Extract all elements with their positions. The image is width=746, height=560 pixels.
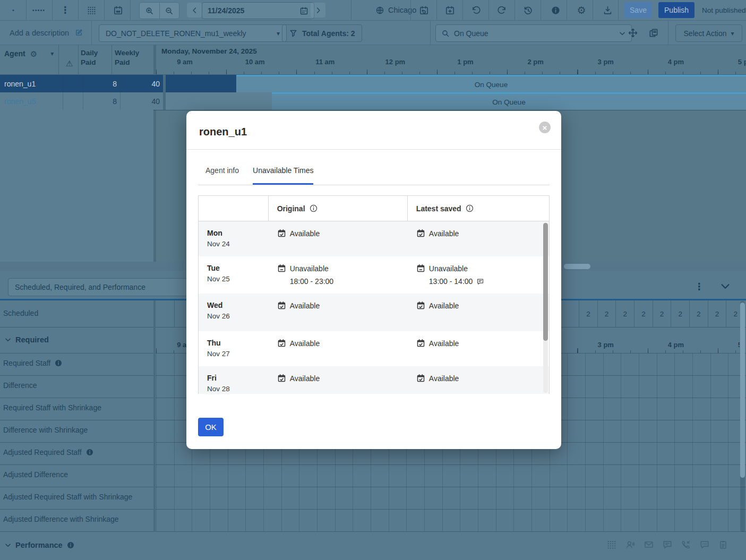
scheduled-count-cell[interactable] [561,300,579,327]
scheduled-count-cell[interactable]: 2 [671,300,690,327]
sort-caret-icon[interactable]: ▾ [50,50,54,57]
agent-row[interactable]: ronen_u5840On Queue [0,92,746,110]
grid-legend-icon [606,539,617,550]
agent-weekly-paid: 40 [121,92,163,110]
daily-paid-column-label: Daily Paid [81,48,98,67]
panel-kebab-menu-icon[interactable]: ⋮ [693,278,706,295]
info-icon[interactable] [309,204,318,213]
agent-warning-cell [63,75,83,92]
tab-unavailable-times[interactable]: Unavailable Times [253,166,313,185]
redo-icon[interactable] [496,0,508,20]
calendar-check-icon [277,339,286,348]
performance-section-toggle[interactable]: Performance [4,541,75,549]
required-section-toggle[interactable]: Required [4,335,49,344]
metric-row: Adjusted Difference with Shrinkage [0,509,746,532]
agent-daily-paid: 8 [83,75,121,92]
info-icon[interactable] [550,0,561,20]
date-label: Nov 27 [207,350,269,358]
metric-row-label: Adjusted Difference with Shrinkage [3,515,119,523]
availability-status: Available [429,374,459,383]
activity-search-input[interactable]: On Queue [435,24,632,42]
select-action-dropdown[interactable]: Select Action ▾ [675,24,742,42]
tab-agent-info[interactable]: Agent info [205,166,239,185]
calendar-icon[interactable] [299,6,308,15]
availability-status: Unavailable [290,264,329,273]
column-settings-gear-icon[interactable]: ⚙ [30,50,37,58]
schedule-activity-bar[interactable]: On Queue [272,92,746,110]
scheduled-count-cell[interactable]: 2 [579,300,598,327]
scheduled-count-cell[interactable]: 2 [708,300,727,327]
edit-pencil-icon[interactable] [74,28,83,37]
weekly-paid-column-label: Weekly Paid [115,48,139,67]
agent-name[interactable]: ronen_u5 [0,92,63,110]
unavailable-times-row: WedNov 26AvailableAvailable [199,294,549,331]
availability-status: Available [429,339,459,348]
metric-grid [156,487,740,509]
agent-row[interactable]: ronen_u1840On Queue [0,75,746,93]
info-icon[interactable] [66,541,75,549]
modal-title: ronen_u1 [199,126,247,138]
view-selector-dropdown[interactable]: Scheduled, Required, and Performance ▾ [8,278,202,296]
schedule-activity-bar[interactable]: On Queue [236,75,746,92]
download-icon[interactable] [602,0,613,20]
calendar-range-icon[interactable] [112,0,124,20]
metric-row-label: Adjusted Required Staff [3,448,94,456]
close-icon[interactable]: × [539,122,551,133]
zoom-in-button[interactable] [140,3,160,19]
previous-day-button[interactable] [187,3,202,18]
activity-label: On Queue [475,81,508,89]
move-activity-icon[interactable] [628,21,638,45]
scheduled-count-cell[interactable]: 2 [598,300,616,327]
day-label: Thu [207,339,269,347]
info-icon[interactable] [85,448,94,456]
time-label: 4 pm [652,341,700,349]
collapse-panel-chevron-icon[interactable] [719,280,731,292]
message-icon [662,539,673,550]
unavailable-times-row: TueNov 25Unavailable18:00 - 23:00Unavail… [199,256,549,294]
dot-menu-icon[interactable]: • [7,0,19,20]
scheduled-count-cell[interactable] [156,300,175,327]
add-description-button[interactable]: Add a description [10,21,83,45]
kebab-menu-icon[interactable]: ⋮ [60,0,71,20]
time-label: 2 pm [512,58,560,66]
scheduled-count-cell[interactable]: 2 [634,300,653,327]
vertical-scrollbar-thumb[interactable] [740,303,745,478]
scheduled-count-cell[interactable]: 2 [726,300,740,327]
save-button[interactable]: Save [624,2,652,18]
unavailable-times-table: Original Latest saved MonNov 24Available… [198,195,550,394]
timeline-date-label: Monday, November 24, 2025 [161,47,257,55]
date-input[interactable]: 11/24/2025 [202,2,314,19]
agent-daily-paid: 8 [83,92,121,110]
zoom-out-button[interactable] [160,3,179,19]
day-label: Mon [207,229,269,237]
calendar-undo-icon[interactable] [418,0,430,20]
calendar-check-icon [416,339,425,348]
dots-row-icon[interactable]: ••••• [30,0,48,20]
agents-filter-button[interactable]: Total Agents: 2 [282,24,362,42]
comment-icon[interactable] [476,278,484,286]
agent-timeline: On Queue [166,92,746,110]
history-icon[interactable] [522,0,534,20]
availability-cell: Available [269,221,408,256]
copy-activity-icon[interactable] [648,21,659,45]
publish-button[interactable]: Publish [658,2,694,18]
modal-scrollbar-thumb[interactable] [543,223,548,341]
horizontal-scrollbar-thumb[interactable] [564,264,590,269]
info-icon[interactable] [54,359,63,367]
agent-name[interactable]: ronen_u1 [0,75,63,92]
next-day-button[interactable] [311,3,325,18]
ok-button[interactable]: OK [198,418,224,436]
date-label: Nov 28 [207,385,269,393]
info-icon[interactable] [465,204,474,213]
scheduled-count-cell[interactable]: 2 [690,300,708,327]
availability-status: Available [429,301,459,310]
scheduled-count-cell[interactable]: 2 [616,300,634,327]
table-body: MonNov 24AvailableAvailableTueNov 25Unav… [199,221,549,394]
grid-view-icon[interactable] [85,0,97,20]
availability-status: Unavailable [429,264,468,273]
calendar-add-icon[interactable] [444,0,456,20]
scheduled-count-cell[interactable]: 2 [653,300,672,327]
schedule-select[interactable]: DO_NOT_DELETE_RONEN_mu1_weekly ▾ [99,24,287,42]
settings-gear-icon[interactable]: ⚙ [576,0,587,20]
undo-icon[interactable] [470,0,482,20]
